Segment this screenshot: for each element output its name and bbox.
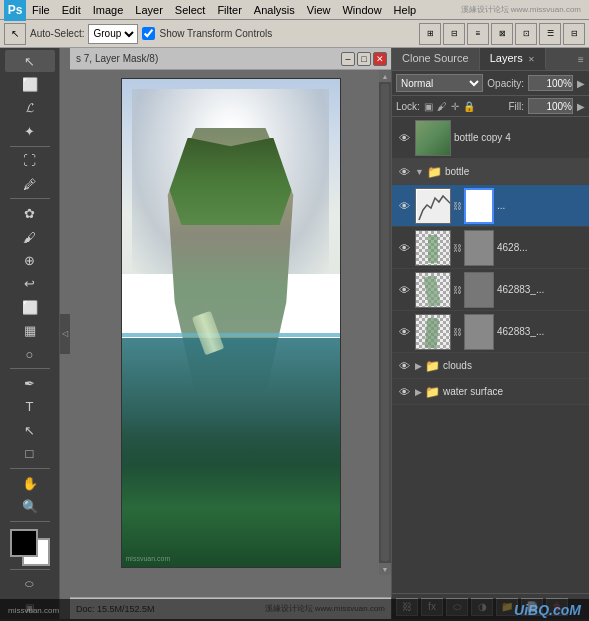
menu-image[interactable]: Image <box>87 2 130 18</box>
layer-item-bottle-group[interactable]: 👁 ▼ 📁 bottle <box>392 159 589 185</box>
color-swatch-area <box>10 529 50 566</box>
fill-input[interactable] <box>528 98 573 114</box>
tool-shape[interactable]: □ <box>5 443 55 465</box>
tool-select-rect[interactable]: ⬜ <box>5 73 55 95</box>
visibility-462883-1[interactable]: 👁 <box>396 282 412 298</box>
group-expand-arrow[interactable]: ▼ <box>415 167 424 177</box>
arrange-btn-1[interactable]: ⊡ <box>515 23 537 45</box>
layer-group-btn[interactable]: 📁 <box>496 598 518 616</box>
canvas-scroll-area: missvuan.com ▲ ▼ <box>70 70 391 597</box>
name-bottle-group: bottle <box>445 166 585 177</box>
tool-eyedropper[interactable]: 🖉 <box>5 173 55 195</box>
menu-view[interactable]: View <box>301 2 337 18</box>
auto-select-dropdown[interactable]: Group Layer <box>88 24 138 44</box>
scroll-up-btn[interactable]: ▲ <box>379 70 391 82</box>
status-bar: Doc: 15.5M/152.5M 溪緣设计论坛 www.missvuan.co… <box>70 597 391 619</box>
align-btn-4[interactable]: ⊠ <box>491 23 513 45</box>
align-btn-3[interactable]: ≡ <box>467 23 489 45</box>
scroll-thumb[interactable] <box>381 84 389 561</box>
opacity-arrow[interactable]: ▶ <box>577 78 585 89</box>
menu-edit[interactable]: Edit <box>56 2 87 18</box>
thumb-4628-content <box>415 230 451 266</box>
move-tool-btn[interactable]: ↖ <box>4 23 26 45</box>
layer-mask-btn[interactable]: ⬭ <box>446 598 468 616</box>
layer-fx-btn[interactable]: fx <box>421 598 443 616</box>
visibility-462883-2[interactable]: 👁 <box>396 324 412 340</box>
thumb-group-462883-2: ⛓ <box>415 314 494 350</box>
blend-mode-select[interactable]: Normal Multiply Screen Overlay <box>396 74 483 92</box>
align-btn-2[interactable]: ⊟ <box>443 23 465 45</box>
layer-new-btn[interactable]: 📄 <box>521 598 543 616</box>
tool-pen[interactable]: ✒ <box>5 372 55 394</box>
fill-arrow[interactable]: ▶ <box>577 101 585 112</box>
tool-brush[interactable]: 🖌 <box>5 226 55 248</box>
visibility-water-surface[interactable]: 👁 <box>396 384 412 400</box>
visibility-bottle-group[interactable]: 👁 <box>396 164 412 180</box>
vertical-scrollbar[interactable]: ▲ ▼ <box>379 70 391 575</box>
tool-magic-wand[interactable]: ✦ <box>5 120 55 142</box>
align-btn-1[interactable]: ⊞ <box>419 23 441 45</box>
scroll-down-btn[interactable]: ▼ <box>379 563 391 575</box>
menu-layer[interactable]: Layer <box>129 2 169 18</box>
lock-all-btn[interactable]: 🔒 <box>463 101 475 112</box>
tab-clone-source[interactable]: Clone Source <box>392 48 480 70</box>
layer-item-462883-2[interactable]: 👁 ⛓ 462883_... <box>392 311 589 353</box>
opacity-input[interactable] <box>528 75 573 91</box>
show-transform-label: Show Transform Controls <box>159 28 272 39</box>
tool-lasso[interactable]: 𝓛 <box>5 97 55 119</box>
layer-item-clouds[interactable]: 👁 ▶ 📁 clouds <box>392 353 589 379</box>
panel-menu-btn[interactable]: ≡ <box>573 48 589 70</box>
tool-screen-mode[interactable]: ▣ <box>5 596 55 618</box>
tab-layers-close[interactable]: ✕ <box>528 55 535 64</box>
water-expand-arrow[interactable]: ▶ <box>415 387 422 397</box>
layer-item-water-surface[interactable]: 👁 ▶ 📁 water surface <box>392 379 589 405</box>
layer-delete-btn[interactable]: 🗑 <box>546 598 568 616</box>
menu-window[interactable]: Window <box>336 2 387 18</box>
menu-filter[interactable]: Filter <box>211 2 247 18</box>
tool-quick-mask[interactable]: ⬭ <box>5 573 55 595</box>
tool-path-select[interactable]: ↖ <box>5 419 55 441</box>
tool-crop[interactable]: ⛶ <box>5 150 55 172</box>
layer-item-4628[interactable]: 👁 ⛓ 4628... <box>392 227 589 269</box>
layer-link-btn[interactable]: ⛓ <box>396 598 418 616</box>
visibility-4628[interactable]: 👁 <box>396 240 412 256</box>
tool-dodge[interactable]: ○ <box>5 343 55 365</box>
lock-transparent-btn[interactable]: ▣ <box>424 101 433 112</box>
win-minimize-btn[interactable]: – <box>341 52 355 66</box>
arrange-btn-3[interactable]: ⊟ <box>563 23 585 45</box>
left-collapse-btn[interactable]: ◁ <box>60 314 70 354</box>
visibility-bottle-copy-4[interactable]: 👁 <box>396 130 412 146</box>
layer-adjustment-btn[interactable]: ◑ <box>471 598 493 616</box>
tool-clone[interactable]: ⊕ <box>5 249 55 271</box>
tab-layers[interactable]: Layers ✕ <box>480 48 546 70</box>
arrange-btn-2[interactable]: ☰ <box>539 23 561 45</box>
menu-help[interactable]: Help <box>388 2 423 18</box>
tool-gradient[interactable]: ▦ <box>5 320 55 342</box>
lock-paint-btn[interactable]: 🖌 <box>437 101 447 112</box>
tool-eraser[interactable]: ⬜ <box>5 296 55 318</box>
lock-move-btn[interactable]: ✛ <box>451 101 459 112</box>
tool-type[interactable]: T <box>5 396 55 418</box>
tool-zoom[interactable]: 🔍 <box>5 495 55 517</box>
win-close-btn[interactable]: ✕ <box>373 52 387 66</box>
menu-select[interactable]: Select <box>169 2 212 18</box>
name-selected: ... <box>497 200 585 211</box>
visibility-selected[interactable]: 👁 <box>396 198 412 214</box>
tool-spot-heal[interactable]: ✿ <box>5 202 55 224</box>
foreground-color[interactable] <box>10 529 38 557</box>
layers-bottom-bar: ⛓ fx ⬭ ◑ 📁 📄 🗑 <box>392 593 589 619</box>
tool-move[interactable]: ↖ <box>5 50 55 72</box>
clouds-expand-arrow[interactable]: ▶ <box>415 361 422 371</box>
show-transform-checkbox[interactable] <box>142 27 155 40</box>
tool-history-brush[interactable]: ↩ <box>5 273 55 295</box>
win-maximize-btn[interactable]: □ <box>357 52 371 66</box>
thumb-group-462883-1: ⛓ <box>415 272 494 308</box>
layer-item-462883-1[interactable]: 👁 ⛓ 462883_... <box>392 269 589 311</box>
menu-analysis[interactable]: Analysis <box>248 2 301 18</box>
layer-item-selected[interactable]: 👁 ⛓ ... <box>392 185 589 227</box>
menu-file[interactable]: File <box>26 2 56 18</box>
layers-panel: Clone Source Layers ✕ ≡ Normal Multiply … <box>391 48 589 619</box>
tool-hand[interactable]: ✋ <box>5 472 55 494</box>
visibility-clouds[interactable]: 👁 <box>396 358 412 374</box>
layer-item-bottle-copy-4[interactable]: 👁 bottle copy 4 <box>392 117 589 159</box>
